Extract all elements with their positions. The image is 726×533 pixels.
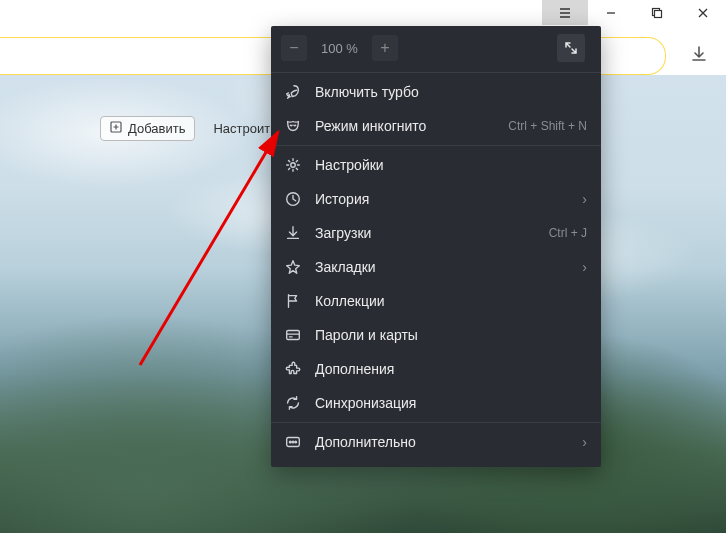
hamburger-menu-button[interactable] [542, 0, 588, 25]
chevron-right-icon: › [582, 434, 587, 450]
menu-label: История [315, 191, 570, 207]
zoom-value: 100 % [321, 41, 358, 56]
tableau-toolbar: Добавить Настроить э [100, 116, 287, 141]
menu-item-downloads[interactable]: Загрузки Ctrl + J [271, 216, 601, 250]
svg-rect-5 [287, 331, 300, 340]
svg-point-8 [292, 441, 294, 443]
menu-label: Загрузки [315, 225, 537, 241]
downloads-icon[interactable] [690, 45, 708, 67]
puzzle-icon [283, 360, 303, 378]
menu-item-more[interactable]: Дополнительно › [271, 425, 601, 459]
svg-point-9 [295, 441, 297, 443]
svg-point-7 [289, 441, 291, 443]
zoom-in-button[interactable]: + [372, 35, 398, 61]
chevron-right-icon: › [582, 259, 587, 275]
sync-icon [283, 394, 303, 412]
clock-icon [283, 190, 303, 208]
menu-separator [271, 145, 601, 146]
add-label: Добавить [128, 121, 185, 136]
menu-label: Режим инкогнито [315, 118, 496, 134]
plus-icon [110, 121, 122, 136]
main-menu: − 100 % + Включить турбо Режим инкогнито… [271, 26, 601, 467]
menu-item-sync[interactable]: Синхронизация [271, 386, 601, 420]
gear-icon [283, 156, 303, 174]
menu-item-history[interactable]: История › [271, 182, 601, 216]
download-icon [283, 224, 303, 242]
menu-label: Пароли и карты [315, 327, 587, 343]
maximize-button[interactable] [634, 0, 680, 25]
close-button[interactable] [680, 0, 726, 25]
menu-shortcut: Ctrl + Shift + N [508, 119, 587, 133]
card-icon [283, 326, 303, 344]
menu-item-passwords[interactable]: Пароли и карты [271, 318, 601, 352]
menu-label: Коллекции [315, 293, 587, 309]
menu-item-addons[interactable]: Дополнения [271, 352, 601, 386]
flag-icon [283, 292, 303, 310]
menu-label: Настройки [315, 157, 587, 173]
menu-shortcut: Ctrl + J [549, 226, 587, 240]
menu-item-turbo[interactable]: Включить турбо [271, 75, 601, 109]
chevron-right-icon: › [582, 191, 587, 207]
fullscreen-button[interactable] [557, 34, 585, 62]
menu-label: Дополнения [315, 361, 587, 377]
star-icon [283, 258, 303, 276]
zoom-out-button[interactable]: − [281, 35, 307, 61]
svg-point-3 [291, 163, 296, 168]
dots-icon [283, 433, 303, 451]
menu-label: Синхронизация [315, 395, 587, 411]
window-titlebar [0, 0, 726, 25]
menu-separator [271, 422, 601, 423]
rocket-icon [283, 83, 303, 101]
svg-rect-1 [655, 10, 662, 17]
menu-label: Закладки [315, 259, 570, 275]
minimize-button[interactable] [588, 0, 634, 25]
menu-separator [271, 72, 601, 73]
add-button[interactable]: Добавить [100, 116, 195, 141]
menu-label: Дополнительно [315, 434, 570, 450]
menu-item-bookmarks[interactable]: Закладки › [271, 250, 601, 284]
menu-item-incognito[interactable]: Режим инкогнито Ctrl + Shift + N [271, 109, 601, 143]
menu-item-settings[interactable]: Настройки [271, 148, 601, 182]
menu-item-collections[interactable]: Коллекции [271, 284, 601, 318]
zoom-row: − 100 % + [271, 26, 601, 70]
menu-label: Включить турбо [315, 84, 587, 100]
mask-icon [283, 117, 303, 135]
